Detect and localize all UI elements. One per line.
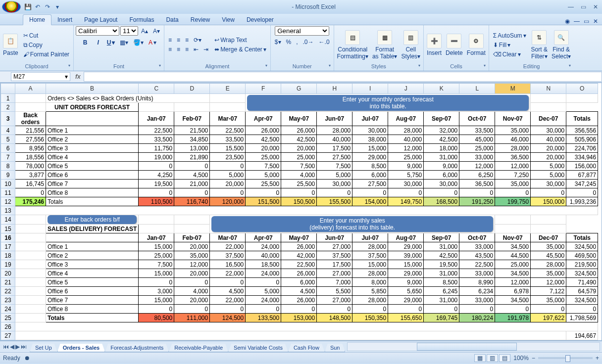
cell[interactable]: 35,000 xyxy=(531,269,566,278)
row-header-16[interactable]: 16 xyxy=(1,233,15,242)
cell[interactable]: 20,000 xyxy=(210,180,246,188)
cell[interactable]: 124,500 xyxy=(210,314,246,322)
row-header-24[interactable]: 24 xyxy=(1,305,15,314)
cell[interactable]: 0 xyxy=(352,188,388,197)
cell[interactable]: 156,000 xyxy=(566,162,598,171)
cell[interactable]: 5,000 xyxy=(317,171,352,180)
row-header-19[interactable]: 19 xyxy=(1,260,15,269)
sheet-tab[interactable]: Receivable-Payable xyxy=(169,344,228,352)
cell[interactable]: Office 3 xyxy=(46,144,139,153)
cell[interactable]: 35,000 xyxy=(531,242,566,251)
row-header-12[interactable]: 12 xyxy=(1,197,15,206)
cell[interactable]: 3,877 xyxy=(15,171,46,180)
cell[interactable]: 36,500 xyxy=(495,153,531,162)
cell[interactable]: 29,000 xyxy=(388,242,424,251)
row-header-15[interactable]: 15 xyxy=(1,225,15,233)
page-break-view-button[interactable]: ▤ xyxy=(499,354,510,362)
comma-button[interactable]: , xyxy=(294,38,300,46)
row-header-11[interactable]: 11 xyxy=(1,188,15,197)
align-center-button[interactable]: ≡ xyxy=(175,45,182,54)
cell[interactable]: 151,500 xyxy=(246,197,281,206)
cell[interactable]: 43,500 xyxy=(459,251,495,260)
cell[interactable]: 17,500 xyxy=(317,260,352,269)
cell[interactable]: 19,000 xyxy=(139,153,174,162)
cell[interactable]: Nov-07 xyxy=(495,233,531,242)
cell[interactable]: 0 xyxy=(352,305,388,314)
cell[interactable]: 15,000 xyxy=(139,296,174,305)
cell[interactable]: 31,000 xyxy=(424,296,459,305)
cell[interactable]: Office 5 xyxy=(46,162,139,171)
worksheet-grid[interactable]: ABCDEFGHIJKLMNO1Orders <> Sales <> Back … xyxy=(0,83,602,341)
cell[interactable]: 28,000 xyxy=(352,269,388,278)
cell[interactable]: 0 xyxy=(388,188,424,197)
cell[interactable]: 25,000 xyxy=(139,251,174,260)
cell[interactable]: 38,000 xyxy=(352,135,388,144)
row-header-27[interactable]: 27 xyxy=(1,331,15,340)
cell[interactable]: 0 xyxy=(210,305,246,314)
cell[interactable]: 199,750 xyxy=(495,197,531,206)
paste-button[interactable]: Paste xyxy=(3,49,18,56)
cell[interactable]: 16,500 xyxy=(210,260,246,269)
redo-icon[interactable]: ↷ xyxy=(44,3,51,11)
align-middle-button[interactable]: ≡ xyxy=(175,36,182,45)
cell[interactable]: 5,000 xyxy=(246,171,281,180)
col-header-M[interactable]: M xyxy=(495,84,531,94)
cell-styles-icon[interactable]: ▥ xyxy=(403,30,418,45)
row-header-21[interactable]: 21 xyxy=(1,278,15,287)
wrap-text-button[interactable]: ↩Wrap Text xyxy=(212,36,268,45)
cell[interactable]: 155,500 xyxy=(317,197,352,206)
col-header-J[interactable]: J xyxy=(388,84,424,94)
cell[interactable]: Sep-07 xyxy=(424,112,459,126)
cell[interactable]: 7,500 xyxy=(246,162,281,171)
find-select-icon[interactable]: 🔍 xyxy=(554,30,569,45)
cell[interactable]: Mar-07 xyxy=(210,233,246,242)
cell[interactable]: 22,500 xyxy=(281,260,317,269)
cell[interactable]: Oct-07 xyxy=(459,112,495,126)
cell[interactable]: 22,000 xyxy=(210,242,246,251)
cell[interactable]: 71,490 xyxy=(566,278,598,287)
cell[interactable]: 12,000 xyxy=(388,144,424,153)
cell[interactable]: 180,224 xyxy=(459,314,495,322)
cell[interactable]: Office 1 xyxy=(46,242,139,251)
cell[interactable]: 15,000 xyxy=(352,260,388,269)
zoom-level[interactable]: 100% xyxy=(513,355,529,362)
cell[interactable]: 25,500 xyxy=(246,180,281,188)
tab-review[interactable]: Review xyxy=(185,15,216,25)
cell[interactable]: 7,500 xyxy=(281,162,317,171)
row-header-5[interactable]: 5 xyxy=(1,135,15,144)
accounting-button[interactable]: $▾ xyxy=(273,38,283,46)
cell[interactable]: 33,500 xyxy=(210,135,246,144)
cell[interactable]: 33,000 xyxy=(459,242,495,251)
cell[interactable]: 20,000 xyxy=(531,153,566,162)
cell[interactable]: 0 xyxy=(566,305,598,314)
row-header-9[interactable]: 9 xyxy=(1,171,15,180)
cell[interactable]: 33,000 xyxy=(459,153,495,162)
cell[interactable]: 27,556 xyxy=(15,135,46,144)
cell[interactable]: 0 xyxy=(139,188,174,197)
cell[interactable]: 21,890 xyxy=(174,153,210,162)
delete-cells-button[interactable]: Delete xyxy=(446,49,463,56)
cell[interactable]: 28,000 xyxy=(495,144,531,153)
cell[interactable]: Feb-07 xyxy=(174,233,210,242)
row-header-7[interactable]: 7 xyxy=(1,153,15,162)
cell[interactable]: 37,500 xyxy=(210,251,246,260)
cell[interactable]: 30,000 xyxy=(531,126,566,135)
cell[interactable]: 0 xyxy=(317,188,352,197)
align-left-button[interactable]: ≡ xyxy=(166,45,174,54)
row-header-20[interactable]: 20 xyxy=(1,269,15,278)
percent-button[interactable]: % xyxy=(284,38,294,46)
cell[interactable]: 25,000 xyxy=(495,260,531,269)
cell[interactable]: 324,500 xyxy=(566,242,598,251)
col-header-F[interactable]: F xyxy=(246,84,281,94)
cell[interactable]: 7,250 xyxy=(495,171,531,180)
cell[interactable]: Dec-07 xyxy=(531,233,566,242)
cell[interactable]: 32,000 xyxy=(424,126,459,135)
cell[interactable]: 219,500 xyxy=(566,260,598,269)
cell[interactable]: 191,250 xyxy=(459,197,495,206)
cell[interactable]: 8,000 xyxy=(352,278,388,287)
zoom-slider[interactable] xyxy=(538,357,593,359)
cell[interactable]: 27,000 xyxy=(317,296,352,305)
cell[interactable]: Orders <> Sales <> Back Orders (Units) xyxy=(46,94,210,103)
cell[interactable]: 30,000 xyxy=(317,180,352,188)
tab-insert[interactable]: Insert xyxy=(51,15,78,25)
